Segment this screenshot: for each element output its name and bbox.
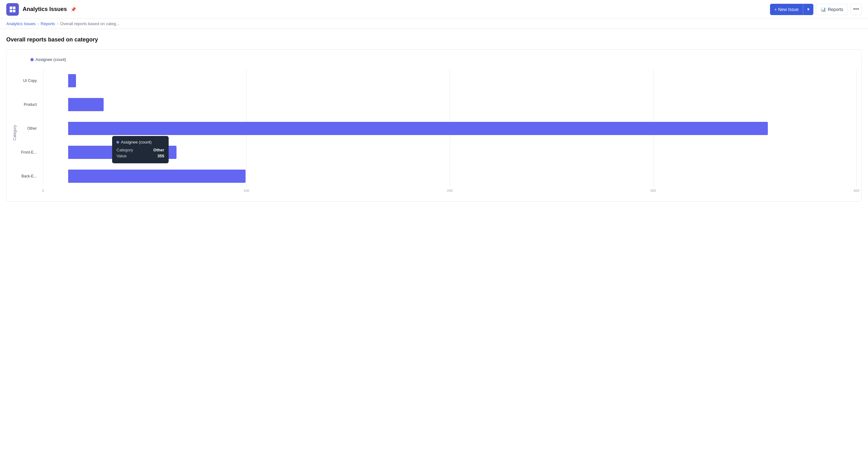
bar-row: UI Copy — [43, 69, 857, 92]
report-title: Overall reports based on category — [6, 36, 862, 43]
tooltip-header: Assignee (count) — [117, 140, 164, 145]
reports-button[interactable]: 📊 Reports — [816, 4, 848, 15]
new-issue-button-group[interactable]: + New Issue ▼ — [770, 4, 813, 15]
tooltip-value-value: 355 — [157, 154, 164, 158]
tooltip-category-label: Category — [117, 148, 133, 152]
breadcrumb-current: Overall reports based on categ... — [60, 21, 119, 26]
new-issue-caret-button[interactable]: ▼ — [803, 4, 813, 15]
svg-rect-3 — [13, 9, 16, 12]
x-tick-label: 400 — [854, 189, 859, 192]
bar-rows-container: UI CopyProductOtherFront-E...Back-E... — [43, 69, 857, 187]
x-axis-container: 0100200300400 — [43, 189, 857, 196]
x-tick-label: 0 — [42, 189, 44, 192]
chart-area: Category UI CopyProductOtherFront-E...Ba… — [11, 69, 857, 196]
x-tick-label: 200 — [447, 189, 453, 192]
tooltip-dot — [117, 141, 119, 144]
svg-rect-2 — [10, 9, 12, 12]
header-left: Analytics Issues 📌 — [6, 3, 76, 16]
bars-wrapper: UI CopyProductOtherFront-E...Back-E... 0… — [43, 69, 857, 196]
tooltip-category-row: Category Other — [117, 148, 164, 152]
tooltip-value-label: Value — [117, 154, 127, 158]
tooltip-title: Assignee (count) — [121, 140, 152, 145]
bar-row: Product — [43, 93, 857, 116]
chart-container: Assignee (count) Category UI CopyProduct… — [6, 49, 862, 202]
legend-dot — [30, 58, 34, 61]
more-options-button[interactable]: ••• — [850, 4, 862, 15]
chart-legend: Assignee (count) — [30, 57, 857, 62]
bar-track — [68, 74, 857, 87]
x-tick-label: 100 — [243, 189, 249, 192]
pin-icon[interactable]: 📌 — [71, 7, 76, 12]
bar-fill — [68, 98, 104, 111]
tooltip-value-row: Value 355 — [117, 154, 164, 158]
breadcrumb-reports[interactable]: Reports — [41, 21, 55, 26]
bar-fill — [68, 122, 768, 135]
breadcrumb-sep-1: › — [37, 21, 39, 26]
breadcrumb-sep-2: › — [57, 21, 58, 26]
bar-label: Other — [15, 126, 40, 131]
breadcrumb-analytics-issues[interactable]: Analytics Issues — [6, 21, 35, 26]
bar-track — [68, 146, 857, 159]
header: Analytics Issues 📌 + New Issue ▼ 📊 Repor… — [0, 0, 868, 19]
bar-label: Front-E... — [15, 150, 40, 154]
bar-fill — [68, 74, 76, 87]
svg-rect-1 — [13, 6, 16, 9]
bar-row: Back-E... — [43, 165, 857, 187]
breadcrumb: Analytics Issues › Reports › Overall rep… — [0, 19, 868, 29]
app-icon — [6, 3, 19, 16]
header-actions: + New Issue ▼ 📊 Reports ••• — [770, 4, 862, 15]
bar-track — [68, 98, 857, 111]
chart-inner: UI CopyProductOtherFront-E...Back-E... 0… — [18, 69, 857, 196]
bar-label: UI Copy — [15, 79, 40, 83]
tooltip-category-value: Other — [153, 148, 164, 152]
svg-rect-0 — [10, 6, 12, 9]
x-tick-label: 300 — [650, 189, 656, 192]
bar-label: Back-E... — [15, 174, 40, 178]
bar-track — [68, 170, 857, 183]
bar-fill — [68, 170, 246, 183]
chart-tooltip: Assignee (count) Category Other Value 35… — [112, 136, 168, 163]
bar-track — [68, 122, 857, 135]
new-issue-button[interactable]: + New Issue — [770, 4, 803, 15]
main-content: Overall reports based on category Assign… — [0, 29, 868, 209]
bar-label: Product — [15, 102, 40, 107]
legend-label: Assignee (count) — [35, 57, 66, 62]
bar-chart-icon: 📊 — [820, 7, 826, 12]
page-title-header: Analytics Issues — [23, 6, 67, 12]
